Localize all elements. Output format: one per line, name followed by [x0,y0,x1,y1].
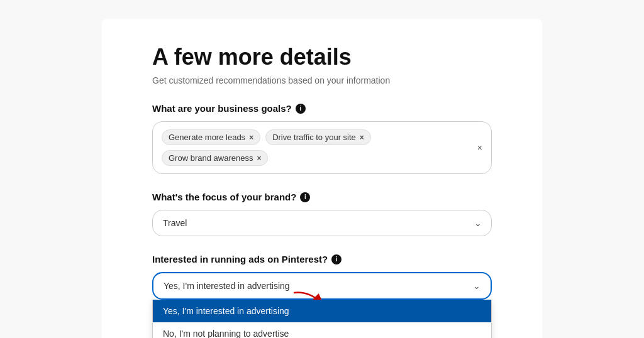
ads-option-no[interactable]: No, I'm not planning to advertise [153,322,491,338]
brand-focus-select[interactable]: Travel Fashion Food Technology [152,210,492,236]
tag-leads-text: Generate more leads [169,133,245,142]
tag-leads: Generate more leads × [162,129,260,145]
page-title: A few more details [152,44,492,70]
business-goals-text: What are your business goals? [152,103,292,114]
tag-brand-remove[interactable]: × [257,154,261,163]
ads-interest-text: Interested in running ads on Pinterest? [152,254,328,264]
page-subtitle: Get customized recommendations based on … [152,75,492,85]
tag-leads-remove[interactable]: × [249,133,253,142]
tag-brand: Grow brand awareness × [162,150,268,166]
ads-interest-label: Interested in running ads on Pinterest? … [152,254,492,264]
brand-focus-info-icon[interactable]: i [300,192,310,202]
ads-chevron-icon: ⌄ [473,281,480,291]
ads-option-yes[interactable]: Yes, I'm interested in advertising [153,300,491,322]
brand-focus-text: What's the focus of your brand? [152,192,296,202]
ads-selected-value: Yes, I'm interested in advertising [164,281,290,291]
tag-traffic-text: Drive traffic to your site [272,133,356,142]
tag-traffic: Drive traffic to your site × [265,129,371,145]
tags-container: Generate more leads × Drive traffic to y… [152,121,492,174]
page-container: A few more details Get customized recomm… [102,19,542,338]
tag-traffic-remove[interactable]: × [360,133,364,142]
ads-dropdown-wrapper: Yes, I'm interested in advertising ⌄ Yes… [152,272,492,300]
tag-brand-text: Grow brand awareness [169,153,253,163]
business-goals-label: What are your business goals? i [152,103,492,114]
ads-interest-info-icon[interactable]: i [331,254,341,264]
brand-focus-label: What's the focus of your brand? i [152,192,492,202]
business-goals-info-icon[interactable]: i [296,104,306,114]
ads-dropdown-options: Yes, I'm interested in advertising No, I… [152,300,492,338]
tags-clear-button[interactable]: × [477,143,482,153]
brand-focus-dropdown-wrapper: Travel Fashion Food Technology ⌄ [152,210,492,236]
